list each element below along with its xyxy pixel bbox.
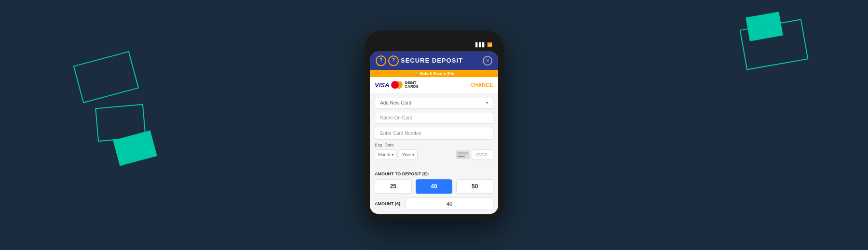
card-number-input[interactable]: Enter Card Number (375, 127, 493, 140)
name-on-card-placeholder: Name On Card (380, 115, 412, 120)
change-button[interactable]: CHANGE (470, 82, 493, 88)
amount-btn-40[interactable]: 40 (416, 179, 453, 194)
amount-btn-50[interactable]: 50 (456, 179, 493, 194)
add-new-card-label: Add New Card (380, 100, 411, 105)
safe-bar-text: Safe & Secure Site (420, 71, 454, 76)
amount-deposit-label: AMOUNT TO DEPOSIT (£): (375, 171, 493, 176)
year-chevron-icon: ▾ (412, 153, 414, 157)
cvv-area: CVV2 (456, 149, 493, 160)
close-icon: ✕ (486, 58, 489, 63)
month-select[interactable]: Month ▾ (375, 149, 397, 160)
add-new-card-dropdown[interactable]: Add New Card ▾ (375, 97, 493, 109)
card-logos: VISA DEBIT CARDS (375, 81, 419, 90)
safe-bar-inner: 🔒 Safe & Secure Site (370, 71, 498, 76)
year-label: Year (402, 152, 411, 157)
exp-date-row: Month ▾ Year ▾ (375, 149, 493, 160)
exp-date-label: Exp. Date (375, 143, 493, 147)
card-number-placeholder: Enter Card Number (380, 131, 422, 136)
phone-mockup: ▋▋▋ 📶 ? ? SECURE DEPOSIT ✕ 🔒 (364, 30, 504, 220)
phone-screen: ? ? SECURE DEPOSIT ✕ 🔒 Safe & Secure Sit… (370, 52, 498, 214)
wifi-icon: 📶 (487, 42, 492, 47)
cvv-placeholder: CVV2 (476, 152, 488, 157)
year-select[interactable]: Year ▾ (399, 149, 418, 160)
lock-icon: 🔒 (414, 71, 419, 76)
mastercard-logo (391, 81, 403, 89)
cvv-input[interactable]: CVV2 (472, 149, 493, 160)
amount-label: AMOUNT (£): (375, 201, 402, 206)
amount-row: AMOUNT (£): 40 (375, 197, 493, 210)
amount-value: 40 (447, 201, 452, 207)
amount-input[interactable]: 40 (406, 197, 493, 210)
app-header: ? ? SECURE DEPOSIT ✕ (370, 52, 498, 70)
amount-buttons: 25 40 50 (375, 179, 493, 194)
help-icon-2[interactable]: ? (388, 55, 399, 66)
phone-frame: ▋▋▋ 📶 ? ? SECURE DEPOSIT ✕ 🔒 (364, 30, 504, 220)
signal-icon: ▋▋▋ (475, 42, 486, 47)
header-left: ? ? SECURE DEPOSIT (376, 55, 463, 66)
amount-btn-25[interactable]: 25 (375, 179, 412, 194)
visa-logo: VISA (375, 81, 389, 89)
bg-shape-1 (73, 51, 139, 103)
close-button[interactable]: ✕ (483, 56, 492, 66)
amount-section: AMOUNT TO DEPOSIT (£): 25 40 50 AMOUNT (… (370, 168, 498, 214)
form-area: Add New Card ▾ Name On Card Enter Card N… (370, 93, 498, 168)
phone-notch-area: ▋▋▋ 📶 (370, 36, 498, 52)
payment-method-bar: VISA DEBIT CARDS CHANGE (370, 77, 498, 93)
month-chevron-icon: ▾ (392, 153, 393, 157)
debit-text-line2: CARDS (405, 85, 418, 90)
chevron-down-icon: ▾ (486, 101, 488, 105)
help-icon-1[interactable]: ? (376, 55, 386, 66)
app-title: SECURE DEPOSIT (401, 57, 463, 64)
status-bar-right: ▋▋▋ 📶 (475, 42, 492, 47)
phone-notch (416, 40, 455, 49)
month-label: Month (378, 152, 390, 157)
cvv-card-icon (456, 150, 470, 159)
safe-bar: 🔒 Safe & Secure Site (370, 70, 498, 77)
debit-cards-text: DEBIT CARDS (405, 81, 418, 90)
name-on-card-input[interactable]: Name On Card (375, 112, 493, 124)
